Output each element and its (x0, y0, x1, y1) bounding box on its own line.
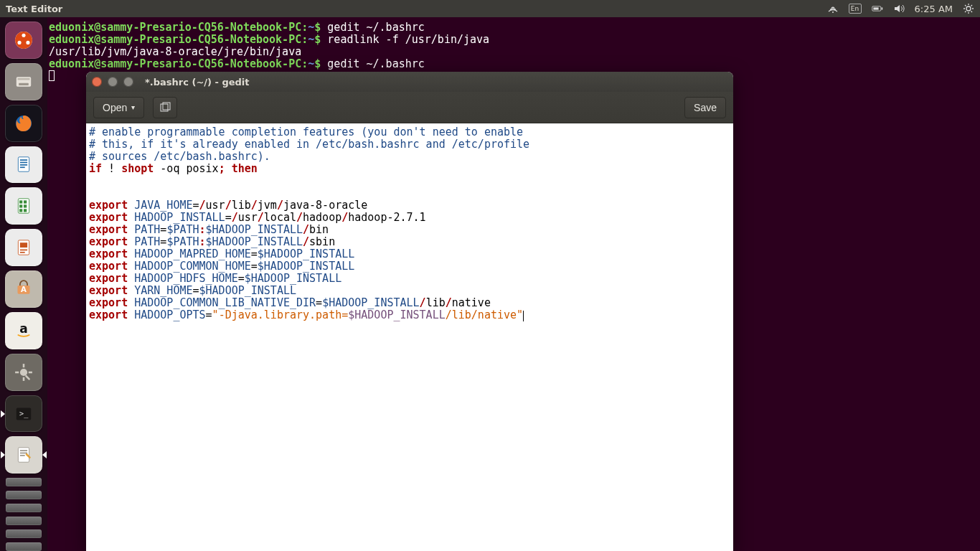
svg-rect-20 (19, 83, 29, 85)
launcher-minimized-item[interactable] (6, 478, 42, 486)
svg-rect-3 (873, 7, 878, 9)
launcher-dash[interactable] (5, 22, 42, 59)
svg-point-41 (20, 369, 27, 376)
window-title: *.bashrc (~/) - gedit (145, 77, 250, 88)
svg-rect-37 (20, 252, 25, 253)
svg-line-12 (971, 5, 973, 6)
battery-icon[interactable] (872, 3, 883, 14)
svg-rect-32 (19, 209, 22, 212)
launcher-software-center[interactable]: A (5, 270, 42, 308)
clock[interactable]: 6:25 AM (915, 4, 953, 14)
gedit-text-area[interactable]: # enable programmable completion feature… (86, 123, 733, 551)
svg-rect-28 (19, 201, 22, 204)
gedit-titlebar[interactable]: *.bashrc (~/) - gedit (86, 72, 733, 92)
gedit-toolbar: Open▾ Save (86, 92, 733, 123)
svg-rect-29 (24, 201, 27, 204)
top-menubar: Text Editor En 6:25 AM (0, 0, 980, 17)
network-icon[interactable] (827, 3, 839, 14)
launcher-terminal[interactable]: >_ (5, 395, 42, 433)
window-maximize-button[interactable] (123, 77, 133, 87)
svg-line-9 (965, 5, 966, 6)
active-app-title: Text Editor (6, 4, 62, 14)
terminal-line: /usr/lib/jvm/java-8-oracle/jre/bin/java (49, 46, 979, 58)
launcher-gedit[interactable] (5, 436, 42, 474)
gedit-window: *.bashrc (~/) - gedit Open▾ Save # enabl… (86, 72, 733, 551)
terminal-line: eduonix@sammy-Presario-CQ56-Notebook-PC:… (49, 58, 979, 70)
window-close-button[interactable] (92, 77, 102, 87)
svg-text:a: a (19, 321, 27, 336)
launcher-firefox[interactable] (5, 105, 42, 142)
svg-rect-50 (20, 451, 27, 452)
svg-point-15 (22, 34, 25, 37)
launcher-minimized-item[interactable] (6, 517, 42, 525)
keyboard-lang-indicator[interactable]: En (849, 4, 862, 14)
launcher-settings[interactable] (5, 354, 42, 391)
launcher-minimized-item[interactable] (6, 529, 42, 538)
launcher-impress[interactable] (5, 229, 42, 266)
launcher-writer[interactable] (5, 146, 42, 184)
sound-icon[interactable] (893, 3, 905, 14)
svg-rect-30 (19, 205, 22, 208)
svg-rect-19 (18, 78, 30, 80)
svg-point-0 (832, 11, 834, 13)
svg-line-11 (965, 11, 966, 13)
launcher-minimized-item[interactable] (6, 491, 42, 499)
svg-rect-46 (25, 375, 31, 380)
svg-rect-36 (20, 250, 27, 251)
dropdown-icon: ▾ (131, 103, 135, 111)
svg-point-4 (966, 6, 971, 11)
svg-point-16 (18, 41, 22, 44)
open-button[interactable]: Open▾ (93, 97, 144, 118)
window-minimize-button[interactable] (108, 77, 118, 87)
svg-line-10 (971, 11, 973, 13)
svg-rect-33 (24, 209, 27, 212)
svg-text:A: A (21, 286, 27, 293)
save-button[interactable]: Save (684, 97, 726, 118)
new-tab-button[interactable] (153, 97, 177, 118)
svg-rect-26 (20, 167, 25, 169)
svg-rect-52 (20, 455, 25, 456)
launcher-amazon[interactable]: a (5, 312, 42, 349)
session-gear-icon[interactable] (963, 3, 974, 14)
launcher-minimized-item[interactable] (6, 504, 42, 512)
launcher-files[interactable] (5, 63, 42, 100)
svg-rect-23 (20, 160, 27, 161)
launcher-minimized-item[interactable] (6, 542, 42, 551)
svg-rect-51 (20, 453, 27, 454)
unity-launcher: A a >_ (0, 17, 47, 551)
terminal-line: eduonix@sammy-Presario-CQ56-Notebook-PC:… (49, 34, 979, 46)
svg-rect-2 (881, 7, 882, 9)
terminal-line: eduonix@sammy-Presario-CQ56-Notebook-PC:… (49, 22, 979, 34)
svg-rect-35 (20, 242, 27, 248)
svg-rect-24 (20, 162, 27, 164)
svg-rect-25 (20, 164, 27, 166)
launcher-calc[interactable] (5, 187, 42, 225)
svg-point-17 (26, 41, 29, 44)
svg-text:>_: >_ (19, 410, 29, 418)
svg-rect-31 (24, 205, 27, 208)
